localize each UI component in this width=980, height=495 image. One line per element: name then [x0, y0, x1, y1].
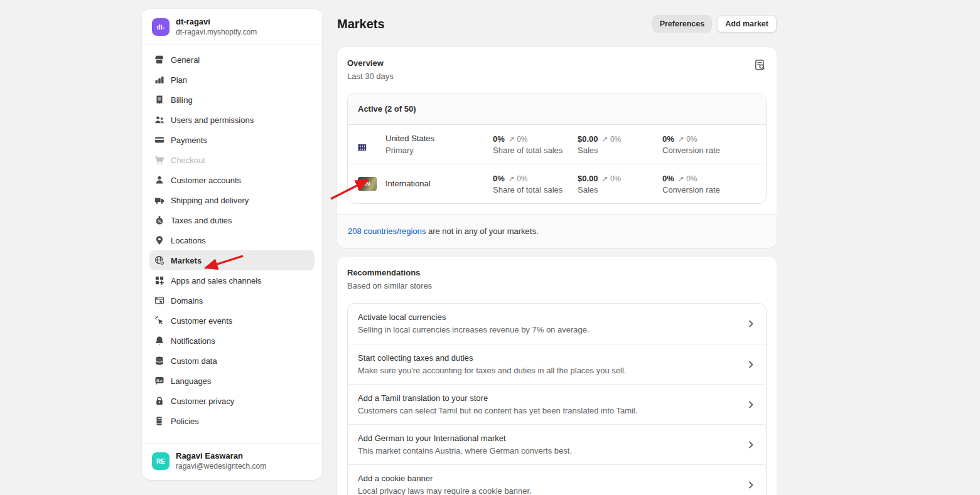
stat-value: $0.00	[578, 134, 598, 144]
sidebar-item-label: Apps and sales channels	[171, 276, 262, 285]
sidebar-item-label: Customer privacy	[171, 397, 234, 406]
overview-title: Overview	[347, 58, 767, 68]
recommendation-title: Add a Tamil translation to your store	[358, 393, 746, 403]
recommendation-row-activate-local-currencies[interactable]: Activate local currenciesSelling in loca…	[348, 304, 766, 344]
sidebar-item-customer-accounts[interactable]: Customer accounts	[149, 170, 315, 190]
store-avatar: dt-	[152, 18, 170, 36]
sidebar-item-taxes-and-duties[interactable]: %Taxes and duties	[149, 210, 315, 230]
chevron-right-icon[interactable]	[746, 400, 756, 410]
sidebar-item-label: Billing	[171, 95, 193, 105]
sidebar-item-label: Locations	[171, 236, 206, 245]
settings-sidebar: dt- dt-ragavi dt-ragavi.myshopify.com Ge…	[142, 9, 322, 480]
active-markets-box: Active (2 of 50) United StatesPrimary0%↗…	[347, 93, 767, 204]
user-name: Ragavi Easwaran	[176, 451, 266, 461]
preferences-button[interactable]: Preferences	[652, 15, 713, 33]
plan-icon	[154, 75, 164, 85]
sidebar-item-custom-data[interactable]: Custom data	[149, 351, 315, 371]
sidebar-item-domains[interactable]: Domains	[149, 290, 315, 311]
sidebar-item-label: Shipping and delivery	[171, 196, 249, 205]
checkout-cart-icon	[154, 155, 164, 165]
sidebar-item-customer-events[interactable]: Customer events	[149, 311, 315, 331]
sidebar-item-users-and-permissions[interactable]: Users and permissions	[149, 110, 315, 130]
sidebar-item-locations[interactable]: Locations	[149, 230, 315, 250]
stat-share-of-total-sales: 0%↗ 0%Share of total sales	[493, 174, 578, 194]
user-footer[interactable]: RE Ragavi Easwaran ragavi@wedesigntech.c…	[142, 443, 322, 480]
stat-label: Conversion rate	[662, 185, 755, 194]
stat-value: 0%	[662, 174, 674, 183]
recommendation-description: This market contains Austria, where Germ…	[358, 446, 746, 456]
stat-value: 0%	[493, 134, 505, 144]
sidebar-item-label: Policies	[171, 417, 199, 426]
market-row-united-states[interactable]: United StatesPrimary0%↗ 0%Share of total…	[348, 125, 766, 164]
sidebar-item-label: Taxes and duties	[171, 216, 232, 225]
chevron-right-icon[interactable]	[746, 359, 756, 370]
user-email: ragavi@wedesigntech.com	[176, 462, 266, 471]
sidebar-item-languages[interactable]: AaLanguages	[149, 371, 315, 391]
store-header[interactable]: dt- dt-ragavi dt-ragavi.myshopify.com	[142, 9, 322, 45]
lock-icon	[154, 396, 164, 406]
stat-conversion-rate: 0%↗ 0%Conversion rate	[662, 174, 755, 194]
sidebar-item-policies[interactable]: Policies	[149, 411, 315, 431]
sidebar-item-label: Users and permissions	[171, 115, 254, 125]
sidebar-item-billing[interactable]: Billing	[149, 90, 315, 110]
stat-label: Share of total sales	[493, 185, 578, 194]
stat-sales: $0.00↗ 0%Sales	[578, 174, 662, 194]
stat-delta: ↗ 0%	[602, 174, 622, 183]
stat-label: Sales	[578, 185, 662, 194]
apps-grid-icon	[154, 275, 164, 285]
market-row-international[interactable]: INInternational0%↗ 0%Share of total sale…	[348, 164, 766, 203]
stat-sales: $0.00↗ 0%Sales	[578, 134, 662, 155]
sidebar-item-markets[interactable]: $Markets	[149, 250, 315, 270]
sidebar-item-plan[interactable]: Plan	[149, 70, 315, 90]
sidebar-item-notifications[interactable]: Notifications	[149, 331, 315, 351]
sidebar-item-general[interactable]: General	[149, 50, 315, 70]
sidebar-item-label: Markets	[171, 256, 202, 265]
chevron-right-icon[interactable]	[755, 139, 756, 149]
sidebar-item-label: Domains	[171, 296, 203, 306]
recommendation-title: Add German to your International market	[358, 434, 746, 444]
sidebar-item-customer-privacy[interactable]: Customer privacy	[149, 391, 315, 411]
footer-text: are not in any of your markets.	[426, 226, 538, 236]
recommendation-row-add-a-cookie-banner[interactable]: Add a cookie bannerLocal privacy laws ma…	[348, 464, 766, 495]
chevron-right-icon[interactable]	[755, 179, 756, 189]
recommendation-row-add-a-tamil-translation-to-your-store[interactable]: Add a Tamil translation to your storeCus…	[348, 384, 766, 424]
recommendations-title: Recommendations	[347, 268, 767, 277]
svg-text:%: %	[158, 219, 161, 223]
chevron-right-icon[interactable]	[746, 440, 756, 450]
recommendations-list: Activate local currenciesSelling in loca…	[347, 303, 767, 495]
sidebar-item-label: Notifications	[171, 336, 215, 346]
page-title: Markets	[337, 17, 385, 31]
sidebar-item-apps-and-sales-channels[interactable]: Apps and sales channels	[149, 270, 315, 290]
chevron-right-icon[interactable]	[746, 480, 756, 490]
stat-delta: ↗ 0%	[509, 135, 528, 144]
active-markets-header: Active (2 of 50)	[348, 93, 766, 125]
chevron-right-icon[interactable]	[746, 319, 756, 329]
market-name: United States	[385, 134, 493, 144]
sidebar-item-label: General	[171, 55, 200, 65]
sidebar-item-payments[interactable]: Payments	[149, 130, 315, 150]
view-report-icon[interactable]	[754, 59, 767, 72]
recommendation-title: Activate local currencies	[358, 312, 746, 322]
store-domain: dt-ragavi.myshopify.com	[176, 28, 257, 37]
recommendations-card: Recommendations Based on similar stores …	[337, 257, 777, 495]
recommendation-description: Customers can select Tamil but no conten…	[358, 406, 746, 416]
stat-delta: ↗ 0%	[509, 174, 528, 183]
overview-card: Overview Last 30 days Active (2 of 50) U…	[337, 47, 777, 248]
recommendation-row-start-collecting-taxes-and-duties[interactable]: Start collecting taxes and dutiesMake su…	[348, 344, 766, 384]
cursor-click-icon	[154, 316, 164, 326]
header-actions: Preferences Add market	[652, 15, 777, 33]
sidebar-item-shipping-and-delivery[interactable]: Shipping and delivery	[149, 190, 315, 210]
overview-subtitle: Last 30 days	[347, 72, 767, 81]
tax-percent-icon: %	[154, 215, 164, 225]
stat-label: Share of total sales	[493, 146, 578, 155]
sidebar-item-label: Custom data	[171, 356, 217, 366]
bell-icon	[154, 336, 164, 346]
svg-text:$: $	[161, 261, 163, 265]
recommendation-title: Start collecting taxes and duties	[358, 353, 746, 363]
add-market-button[interactable]: Add market	[717, 15, 777, 33]
user-avatar: RE	[152, 452, 170, 470]
countries-regions-link[interactable]: 208 countries/regions	[348, 226, 426, 236]
stat-label: Conversion rate	[662, 146, 755, 155]
recommendation-row-add-german-to-your-international-market[interactable]: Add German to your International marketT…	[348, 424, 766, 464]
billing-icon	[154, 95, 164, 105]
